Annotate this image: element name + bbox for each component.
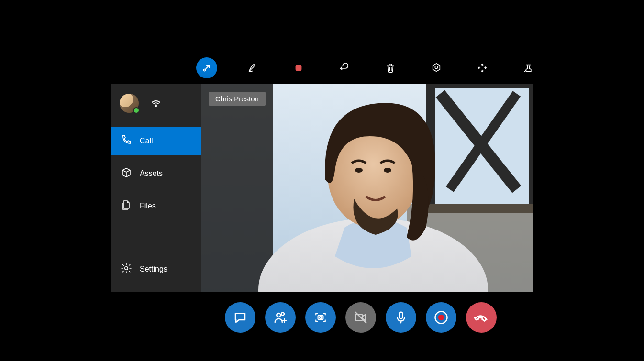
sidebar-item-label: Assets bbox=[140, 169, 163, 178]
hang-up-button[interactable] bbox=[466, 302, 497, 333]
presence-indicator bbox=[133, 107, 140, 114]
sidebar-item-label: Call bbox=[140, 137, 153, 145]
files-icon bbox=[121, 199, 132, 213]
participant-name: Chris Preston bbox=[215, 95, 259, 103]
svg-rect-1 bbox=[296, 65, 302, 71]
gear-icon bbox=[121, 263, 132, 276]
marker-place-icon[interactable] bbox=[426, 57, 447, 78]
add-people-button[interactable] bbox=[265, 302, 296, 333]
expand-move-icon[interactable] bbox=[472, 57, 493, 78]
sidebar-header bbox=[111, 84, 201, 122]
stop-record-icon[interactable] bbox=[288, 57, 309, 78]
floating-toolbar bbox=[196, 57, 539, 78]
delete-icon[interactable] bbox=[380, 57, 401, 78]
box-icon bbox=[121, 167, 132, 180]
video-feed: Chris Preston bbox=[201, 84, 533, 292]
sidebar-item-call[interactable]: Call bbox=[111, 127, 201, 155]
sidebar-item-label: Files bbox=[140, 202, 156, 210]
video-off-button[interactable] bbox=[345, 302, 376, 333]
user-avatar[interactable] bbox=[120, 94, 139, 113]
call-window: Call Assets Files bbox=[111, 84, 533, 292]
svg-point-0 bbox=[203, 69, 205, 71]
chat-button[interactable] bbox=[225, 302, 255, 333]
call-controls bbox=[225, 302, 497, 333]
phone-icon bbox=[121, 134, 132, 148]
svg-point-2 bbox=[435, 66, 438, 69]
sidebar-item-assets[interactable]: Assets bbox=[111, 160, 201, 187]
svg-rect-18 bbox=[399, 312, 403, 319]
screenshot-button[interactable] bbox=[305, 302, 336, 333]
svg-point-14 bbox=[281, 313, 284, 316]
sidebar-item-label: Settings bbox=[140, 265, 167, 273]
pin-icon[interactable] bbox=[518, 57, 539, 78]
microphone-button[interactable] bbox=[386, 302, 416, 333]
svg-point-12 bbox=[384, 168, 391, 173]
sidebar-item-settings[interactable]: Settings bbox=[111, 255, 201, 283]
minimize-collapse-icon[interactable] bbox=[196, 57, 217, 78]
svg-rect-6 bbox=[201, 84, 273, 292]
sidebar: Call Assets Files bbox=[111, 84, 201, 292]
network-icon bbox=[150, 97, 162, 110]
participant-name-tag: Chris Preston bbox=[209, 92, 266, 106]
svg-point-11 bbox=[355, 168, 363, 173]
record-button[interactable] bbox=[426, 302, 456, 333]
sidebar-item-files[interactable]: Files bbox=[111, 192, 201, 220]
undo-icon[interactable] bbox=[334, 57, 355, 78]
svg-point-3 bbox=[155, 106, 156, 107]
svg-point-16 bbox=[320, 317, 322, 318]
svg-point-4 bbox=[125, 267, 128, 270]
ink-pen-icon[interactable] bbox=[242, 57, 263, 78]
svg-point-20 bbox=[438, 315, 444, 321]
svg-point-13 bbox=[277, 313, 280, 317]
